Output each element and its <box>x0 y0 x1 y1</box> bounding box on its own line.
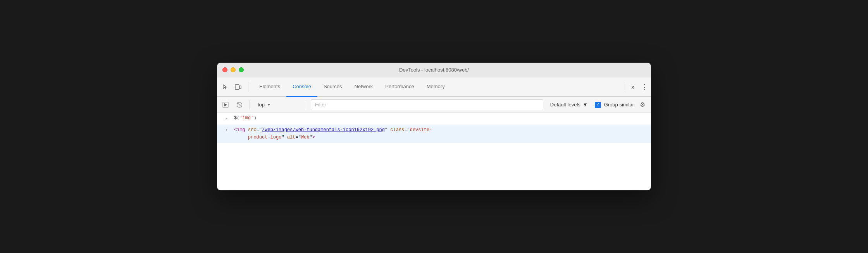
html-open-tag: <img <box>234 127 245 133</box>
tabbar-actions: » ⋮ <box>625 82 648 92</box>
html-alt-value: Web <box>301 135 310 140</box>
html-src-link[interactable]: /web/images/web-fundamentals-icon192x192… <box>262 127 385 133</box>
tab-memory[interactable]: Memory <box>420 77 451 97</box>
html-src-attr: src <box>248 127 257 133</box>
tab-console[interactable]: Console <box>286 77 317 97</box>
group-similar-toggle[interactable]: ✓ Group similar <box>595 102 634 108</box>
html-quote-3: " <box>309 135 312 140</box>
cursor-icon <box>222 84 229 91</box>
maximize-button[interactable] <box>239 67 244 72</box>
input-text[interactable]: $('img') <box>231 113 651 123</box>
console-content: › $('img') ‹ <img src="/web/images/web-f… <box>217 113 651 190</box>
html-eq-1: =" <box>257 127 262 133</box>
output-gutter: ‹ <box>217 125 231 136</box>
html-quote-2: " <box>281 135 284 140</box>
group-similar-checkbox[interactable]: ✓ <box>595 102 601 108</box>
tab-performance[interactable]: Performance <box>379 77 420 97</box>
clear-icon <box>236 102 243 108</box>
close-button[interactable] <box>222 67 227 72</box>
html-alt-attr: alt <box>287 135 296 140</box>
js-string-value: 'img' <box>239 115 253 121</box>
html-close-tag: > <box>312 135 315 140</box>
input-gutter: › <box>217 113 231 125</box>
levels-button[interactable]: Default levels ▼ <box>546 100 592 109</box>
gear-icon: ⚙ <box>640 101 645 108</box>
toolbar-divider-1 <box>250 100 250 109</box>
tabbar: Elements Console Sources Network Perform… <box>217 77 651 97</box>
tab-elements[interactable]: Elements <box>253 77 286 97</box>
svg-rect-0 <box>235 85 239 89</box>
toolbar-divider-2 <box>306 100 306 109</box>
input-prompt-icon: › <box>225 115 228 123</box>
levels-arrow-icon: ▼ <box>583 102 588 108</box>
minimize-button[interactable] <box>231 67 236 72</box>
svg-rect-1 <box>239 86 241 89</box>
filter-input[interactable] <box>311 99 543 110</box>
output-arrow-icon: ‹ <box>225 127 228 134</box>
execute-icon <box>222 102 229 108</box>
tab-network[interactable]: Network <box>348 77 379 97</box>
html-eq-2: =" <box>404 127 410 133</box>
html-class-attr: class <box>390 127 404 133</box>
tabs: Elements Console Sources Network Perform… <box>253 77 622 97</box>
devtools-window: DevTools - localhost:8080/web/ <box>217 63 651 190</box>
device-icon <box>234 84 241 91</box>
console-input-line: › $('img') <box>217 113 651 125</box>
context-arrow-icon: ▼ <box>267 103 271 107</box>
titlebar: DevTools - localhost:8080/web/ <box>217 63 651 77</box>
svg-marker-3 <box>224 103 227 106</box>
devtools-panel: Elements Console Sources Network Perform… <box>217 77 651 190</box>
more-tabs-button[interactable]: » <box>628 82 638 92</box>
console-toolbar: top ▼ Default levels ▼ ✓ Group similar ⚙ <box>217 97 651 113</box>
output-text: <img src="/web/images/web-fundamentals-i… <box>231 125 651 143</box>
html-eq-3: =" <box>295 135 301 140</box>
window-title: DevTools - localhost:8080/web/ <box>399 67 469 73</box>
js-close-paren: ) <box>253 115 256 121</box>
tabbar-icons <box>220 82 248 92</box>
tab-sources[interactable]: Sources <box>317 77 348 97</box>
menu-button[interactable]: ⋮ <box>641 83 648 91</box>
context-selector[interactable]: top ▼ <box>255 100 301 109</box>
html-quote-1: " <box>385 127 388 133</box>
inspect-button[interactable] <box>220 82 231 92</box>
settings-button[interactable]: ⚙ <box>637 99 648 110</box>
clear-button[interactable] <box>234 99 245 110</box>
console-output-line: ‹ <img src="/web/images/web-fundamentals… <box>217 125 651 143</box>
device-button[interactable] <box>232 82 243 92</box>
traffic-lights <box>222 67 244 72</box>
execute-button[interactable] <box>220 99 231 110</box>
